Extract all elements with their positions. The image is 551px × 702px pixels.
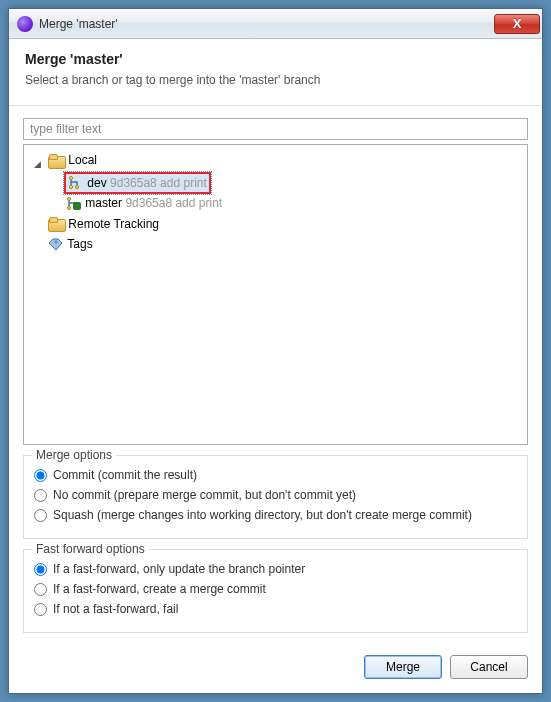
window-title: Merge 'master'	[39, 17, 494, 31]
tree-label-remote: Remote Tracking	[68, 215, 159, 233]
radio-squash-label: Squash (merge changes into working direc…	[53, 508, 472, 522]
tree-label-local: Local	[68, 151, 97, 169]
tags-icon	[48, 238, 63, 251]
radio-no-commit[interactable]: No commit (prepare merge commit, but don…	[34, 488, 517, 502]
radio-commit[interactable]: Commit (commit the result)	[34, 468, 517, 482]
folder-icon	[48, 217, 64, 230]
radio-no-commit-label: No commit (prepare merge commit, but don…	[53, 488, 356, 502]
filter-input[interactable]	[23, 118, 528, 140]
svg-point-2	[70, 185, 73, 188]
tree-node-remote-tracking[interactable]: Remote Tracking	[32, 215, 521, 236]
close-button[interactable]: X	[494, 14, 540, 34]
radio-squash-input[interactable]	[34, 509, 47, 522]
dialog-subtitle: Select a branch or tag to merge into the…	[25, 73, 526, 87]
ff-options-legend: Fast forward options	[32, 542, 149, 556]
radio-commit-label: Commit (commit the result)	[53, 468, 197, 482]
radio-ff-merge-input[interactable]	[34, 583, 47, 596]
branch-icon	[68, 176, 83, 189]
radio-ff-update-input[interactable]	[34, 563, 47, 576]
merge-button[interactable]: Merge	[364, 655, 442, 679]
tree-node-local[interactable]: ◢ Local dev	[32, 151, 521, 215]
radio-no-commit-input[interactable]	[34, 489, 47, 502]
radio-not-ff-fail[interactable]: If not a fast-forward, fail	[34, 602, 517, 616]
expander-icon[interactable]: ◢	[32, 158, 43, 169]
fast-forward-options-group: Fast forward options If a fast-forward, …	[23, 549, 528, 633]
radio-not-ff-fail-label: If not a fast-forward, fail	[53, 602, 178, 616]
merge-options-group: Merge options Commit (commit the result)…	[23, 455, 528, 539]
svg-point-6	[55, 240, 57, 242]
radio-not-ff-fail-input[interactable]	[34, 603, 47, 616]
svg-point-5	[68, 206, 71, 209]
tree-node-master[interactable]: master 9d365a8 add print	[50, 194, 521, 215]
branch-tree[interactable]: ◢ Local dev	[23, 144, 528, 445]
tree-label-tags: Tags	[67, 235, 92, 253]
radio-commit-input[interactable]	[34, 469, 47, 482]
radio-ff-merge-label: If a fast-forward, create a merge commit	[53, 582, 266, 596]
dialog-footer: Merge Cancel	[9, 645, 542, 693]
merge-options-legend: Merge options	[32, 448, 116, 462]
tree-node-tags[interactable]: Tags	[32, 235, 521, 256]
radio-ff-merge[interactable]: If a fast-forward, create a merge commit	[34, 582, 517, 596]
dialog-body: ◢ Local dev	[9, 106, 542, 645]
tree-label-master: master 9d365a8 add print	[85, 194, 222, 212]
dialog-header: Merge 'master' Select a branch or tag to…	[9, 39, 542, 106]
radio-ff-update[interactable]: If a fast-forward, only update the branc…	[34, 562, 517, 576]
cancel-button[interactable]: Cancel	[450, 655, 528, 679]
svg-point-1	[76, 185, 79, 188]
radio-ff-update-label: If a fast-forward, only update the branc…	[53, 562, 305, 576]
checked-out-icon	[73, 202, 81, 210]
merge-dialog: Merge 'master' X Merge 'master' Select a…	[8, 8, 543, 694]
radio-squash[interactable]: Squash (merge changes into working direc…	[34, 508, 517, 522]
svg-point-3	[68, 197, 71, 200]
tree-label-dev: dev 9d365a8 add print	[87, 174, 206, 192]
tree-node-dev[interactable]: dev 9d365a8 add print	[50, 172, 521, 195]
folder-icon	[48, 154, 64, 167]
dialog-title: Merge 'master'	[25, 51, 526, 67]
svg-point-0	[70, 176, 73, 179]
eclipse-icon	[17, 16, 33, 32]
titlebar[interactable]: Merge 'master' X	[9, 9, 542, 39]
